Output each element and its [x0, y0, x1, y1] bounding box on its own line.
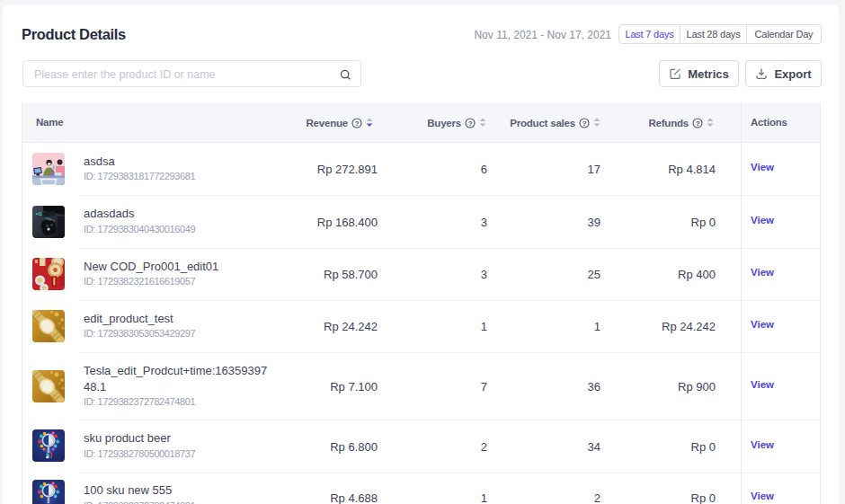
svg-text:?: ?	[583, 119, 587, 127]
svg-text:×G: ×G	[36, 211, 43, 217]
svg-text:?: ?	[468, 119, 473, 127]
svg-text:King: King	[48, 217, 55, 222]
svg-text:?: ?	[696, 119, 700, 127]
svg-text:?: ?	[355, 119, 360, 127]
